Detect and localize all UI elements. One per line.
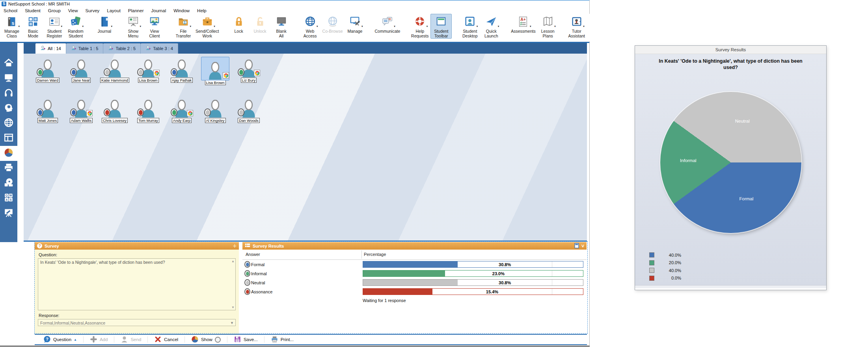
toolbar-button-show-menu[interactable]: ▾ShowMenu <box>123 14 144 39</box>
show-mode-radio-icon[interactable] <box>215 337 221 343</box>
sidebar-item-web-globe[interactable] <box>0 116 17 131</box>
toolbar-button-label: Unlock <box>253 29 266 34</box>
tab-table1[interactable]: Table 1 : 5 <box>66 43 104 54</box>
student-liz-bury[interactable]: Liz Bury <box>237 57 261 85</box>
action-cancel-button[interactable]: Cancel <box>150 336 182 344</box>
menu-school[interactable]: School <box>4 8 17 13</box>
dropdown-arrow-icon[interactable]: ▾ <box>498 25 499 28</box>
toolbar-button-lock[interactable]: Lock <box>228 14 250 34</box>
menu-layout[interactable]: Layout <box>107 8 121 13</box>
sidebar-item-thinking-head[interactable] <box>0 101 17 116</box>
toolbar-button-random-student[interactable]: ▾RandomStudent <box>65 14 86 39</box>
panel-window-icon[interactable] <box>574 243 579 249</box>
tab-table2[interactable]: Table 2 : 5 <box>103 43 141 54</box>
dropdown-arrow-icon[interactable]: ▾ <box>427 25 428 28</box>
toolbar-button-student-desktop[interactable]: ▾StudentDesktop <box>459 14 481 39</box>
toolbar-button-view-client[interactable]: ViewClient <box>144 14 165 39</box>
student-dan-woods[interactable]: Dan Woods <box>237 97 261 123</box>
dropdown-arrow-icon[interactable]: ▾ <box>554 25 556 28</box>
student-chris-lovesey[interactable]: Chris Lovesey <box>102 97 127 123</box>
scroll-up-icon[interactable]: ▲ <box>231 259 235 263</box>
student-darren-ward[interactable]: Darren Ward <box>35 57 60 85</box>
add-survey-icon[interactable]: + <box>233 243 237 249</box>
action-question-button[interactable]: ?Question▲ <box>39 336 81 344</box>
sidebar-item-keyboard[interactable]: QWAS <box>0 191 17 206</box>
menu-window[interactable]: Window <box>173 8 190 13</box>
student-andy-earp[interactable]: Andy Earp <box>170 97 194 123</box>
menu-help[interactable]: Help <box>197 8 207 13</box>
toolbar-button-manage-class[interactable]: s▾ManageClass <box>1 14 22 39</box>
student-matt-jones[interactable]: Matt Jones <box>35 97 60 123</box>
menu-group[interactable]: Group <box>48 8 61 13</box>
sidebar-item-pie-chart[interactable] <box>0 146 17 161</box>
toolbar-button-co-browse[interactable]: Co-Browse <box>321 14 345 34</box>
student-adam-wallis[interactable]: Adam Wallis <box>69 97 93 123</box>
question-input[interactable]: In Keats' 'Ode to a Nightingale', what t… <box>38 258 236 310</box>
dropdown-arrow-icon[interactable]: ▾ <box>530 25 531 28</box>
student-lisa-brown[interactable]: Lisa Brown <box>136 57 160 85</box>
toolbar-button-blank-all[interactable]: BlankAll <box>271 14 292 39</box>
sidebar-item-monitor[interactable] <box>0 71 17 86</box>
menu-planner[interactable]: Planner <box>128 8 144 13</box>
action-save-button[interactable]: Save... <box>230 336 262 344</box>
chevron-down-icon[interactable]: ▼ <box>230 319 234 326</box>
sidebar-item-printer[interactable] <box>0 161 17 176</box>
action-show-button[interactable]: Show <box>187 336 225 344</box>
toolbar-button-web-access[interactable]: ▾WebAccess <box>300 14 321 39</box>
menu-student[interactable]: Student <box>25 8 41 13</box>
toolbar-button-student-register[interactable]: ▾StudentRegister <box>44 14 65 39</box>
toolbar-button-quick-launch[interactable]: ▾QuickLaunch <box>481 14 502 39</box>
tab-table3[interactable]: Table 3 : 4 <box>141 43 178 54</box>
action-send-button[interactable]: Send <box>117 336 145 344</box>
web-globe-icon <box>4 118 14 129</box>
student-al-kingsley[interactable]: Al Kingsley <box>203 97 227 123</box>
menu-view[interactable]: View <box>68 8 78 13</box>
action-print-button[interactable]: Print... <box>267 336 298 344</box>
action-add-button[interactable]: Add <box>86 336 112 344</box>
toolbar-button-basic-mode[interactable]: BasicMode <box>22 14 44 39</box>
dropdown-arrow-icon[interactable]: ▾ <box>18 25 20 28</box>
toolbar-button-student-toolbar[interactable]: StudentToolbar <box>430 14 452 39</box>
dropdown-arrow-icon[interactable]: ▾ <box>61 25 62 28</box>
dropdown-arrow-icon[interactable]: ▾ <box>394 25 395 28</box>
dropdown-arrow-icon[interactable]: ▾ <box>214 25 215 28</box>
scroll-down-icon[interactable]: ▼ <box>231 306 235 309</box>
dropdown-arrow-icon[interactable]: ▾ <box>477 25 478 28</box>
toolbar-button-file-transfer[interactable]: ▾FileTransfer <box>173 14 194 39</box>
dropdown-arrow-icon[interactable]: ▾ <box>140 25 141 28</box>
dropdown-arrow-icon[interactable]: ▾ <box>82 25 84 28</box>
collapse-up-icon[interactable]: ▲ <box>74 338 77 341</box>
toolbar-button-tutor-assistant[interactable]: ▾TutorAssistant <box>566 14 587 39</box>
student-ajay-pathak[interactable]: Ajay Pathak <box>170 57 194 85</box>
chevron-down-icon[interactable]: ˅ <box>581 243 584 249</box>
dropdown-arrow-icon[interactable]: ▾ <box>583 25 585 28</box>
sidebar-item-layout[interactable] <box>0 131 17 146</box>
student-tom-murray[interactable]: Tom Murray <box>136 97 160 123</box>
toolbar-button-journal[interactable]: ▾Journal <box>94 14 115 34</box>
toolbar-button-communicate[interactable]: ▾Communicate <box>373 14 402 34</box>
student-katie-hammond[interactable]: Katie Hammond <box>102 57 127 85</box>
student-lisa-brown[interactable]: Lisa Brown <box>203 57 227 85</box>
toolbar-button-help-requests[interactable]: ▾HelpRequests <box>409 14 430 39</box>
toolbar-button-assessments[interactable]: A+▾Assessments <box>509 14 537 34</box>
student-jane-neal[interactable]: Jane Neal <box>69 57 93 85</box>
legend-value: 0.0% <box>658 276 681 280</box>
menu-journal[interactable]: Journal <box>151 8 166 13</box>
pie-window-titlebar[interactable]: Survey Results <box>635 46 826 54</box>
tab-all[interactable]: All : 14 <box>35 43 66 54</box>
sidebar-item-media[interactable] <box>0 176 17 191</box>
toolbar-button-unlock[interactable]: Unlock <box>250 14 271 34</box>
dropdown-arrow-icon[interactable]: ▾ <box>190 25 191 28</box>
toolbar-button-send-collect-work[interactable]: ▾Send/CollectWork <box>194 14 221 39</box>
sidebar-item-whiteboard[interactable] <box>0 206 17 221</box>
dropdown-arrow-icon[interactable]: ▾ <box>361 25 363 28</box>
menu-survey[interactable]: Survey <box>86 8 100 13</box>
dropdown-arrow-icon[interactable]: ▾ <box>317 25 318 28</box>
sidebar-item-headset[interactable] <box>0 86 17 101</box>
sidebar-item-home[interactable] <box>0 56 17 71</box>
toolbar-button-manage[interactable]: ▾Manage <box>344 14 365 34</box>
toolbar-button-lesson-plans[interactable]: ▾LessonPlans <box>537 14 559 39</box>
dropdown-arrow-icon[interactable]: ▾ <box>111 25 112 28</box>
response-combobox[interactable]: Formal,Informal,Neutral,Assonance ▼ <box>38 319 236 326</box>
student-person-icon <box>237 57 261 78</box>
